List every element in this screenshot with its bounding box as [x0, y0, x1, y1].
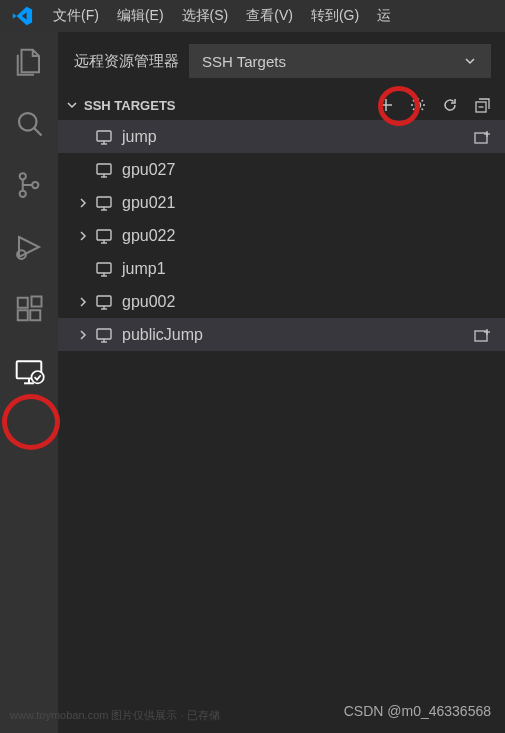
- activity-search-icon[interactable]: [10, 104, 48, 142]
- chevron-right-icon[interactable]: [72, 327, 94, 343]
- monitor-icon: [94, 194, 114, 212]
- vscode-logo-icon: [10, 4, 34, 28]
- csdn-attribution: CSDN @m0_46336568: [344, 703, 491, 719]
- section-label: SSH TARGETS: [84, 98, 371, 113]
- sidebar-title: 远程资源管理器: [74, 52, 179, 71]
- monitor-icon: [94, 161, 114, 179]
- menu-view[interactable]: 查看(V): [237, 3, 302, 29]
- open-new-window-icon[interactable]: [471, 128, 493, 146]
- tree-row[interactable]: gpu027: [58, 153, 505, 186]
- sidebar-header: 远程资源管理器 SSH Targets: [58, 32, 505, 90]
- open-new-window-icon[interactable]: [471, 326, 493, 344]
- tree-row[interactable]: gpu022: [58, 219, 505, 252]
- menu-edit[interactable]: 编辑(E): [108, 3, 173, 29]
- activity-extensions-icon[interactable]: [10, 290, 48, 328]
- add-ssh-target-button[interactable]: [375, 94, 397, 116]
- activity-source-control-icon[interactable]: [10, 166, 48, 204]
- tree-label: jump1: [122, 260, 493, 278]
- section-header-ssh-targets[interactable]: SSH TARGETS: [58, 90, 505, 120]
- tree-label: gpu021: [122, 194, 493, 212]
- collapse-all-button[interactable]: [471, 94, 493, 116]
- tree-row[interactable]: gpu021: [58, 186, 505, 219]
- targets-dropdown[interactable]: SSH Targets: [189, 44, 491, 78]
- tree-row[interactable]: gpu002: [58, 285, 505, 318]
- tree-label: publicJump: [122, 326, 471, 344]
- activity-bar: [0, 32, 58, 733]
- activity-run-debug-icon[interactable]: [10, 228, 48, 266]
- chevron-right-icon[interactable]: [72, 294, 94, 310]
- monitor-icon: [94, 227, 114, 245]
- monitor-icon: [94, 293, 114, 311]
- section-actions: [375, 94, 493, 116]
- dropdown-selected: SSH Targets: [202, 53, 286, 70]
- tree-label: jump: [122, 128, 471, 146]
- chevron-down-icon: [462, 53, 478, 69]
- watermark-text: www.toymoban.com 图片仅供展示 · 已存储: [10, 708, 220, 723]
- monitor-icon: [94, 260, 114, 278]
- chevron-down-icon: [64, 97, 80, 113]
- monitor-icon: [94, 128, 114, 146]
- tree-row[interactable]: jump: [58, 120, 505, 153]
- configure-button[interactable]: [407, 94, 429, 116]
- tree-label: gpu022: [122, 227, 493, 245]
- refresh-button[interactable]: [439, 94, 461, 116]
- tree-label: gpu002: [122, 293, 493, 311]
- chevron-right-icon[interactable]: [72, 228, 94, 244]
- activity-explorer-icon[interactable]: [10, 42, 48, 80]
- menu-file[interactable]: 文件(F): [44, 3, 108, 29]
- menubar: 文件(F) 编辑(E) 选择(S) 查看(V) 转到(G) 运: [0, 0, 505, 32]
- menu-run[interactable]: 运: [368, 3, 400, 29]
- ssh-targets-tree: jump gpu027 gpu021 gpu022: [58, 120, 505, 351]
- tree-label: gpu027: [122, 161, 493, 179]
- monitor-icon: [94, 326, 114, 344]
- menu-go[interactable]: 转到(G): [302, 3, 368, 29]
- tree-row[interactable]: publicJump: [58, 318, 505, 351]
- tree-row[interactable]: jump1: [58, 252, 505, 285]
- chevron-right-icon[interactable]: [72, 195, 94, 211]
- activity-remote-explorer-icon[interactable]: [10, 352, 48, 390]
- remote-explorer-sidebar: 远程资源管理器 SSH Targets SSH TARGETS: [58, 32, 505, 733]
- menu-selection[interactable]: 选择(S): [173, 3, 238, 29]
